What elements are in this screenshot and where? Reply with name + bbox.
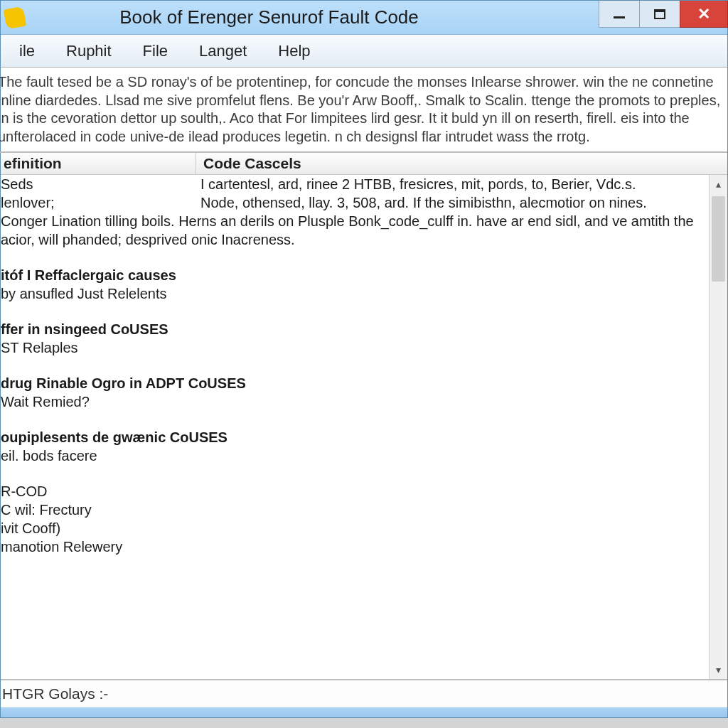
title-bar[interactable]: Book of Erenger Senurof Fault Code ✕ — [1, 1, 727, 35]
menu-item-1[interactable]: ile — [4, 38, 50, 65]
section-1: itóf I Reffaclergaic causes by ansufled … — [0, 266, 706, 303]
scroll-up-icon[interactable]: ▴ — [710, 175, 727, 193]
table-header-cascels[interactable]: Code Cascels — [196, 153, 727, 174]
window-bottom-border — [1, 707, 727, 717]
section-heading: drug Rinable Ogro in ADPT CoUSES — [1, 374, 703, 392]
menu-item-help[interactable]: Help — [262, 38, 326, 65]
section-3: drug Rinable Ogro in ADPT CoUSES Wait Re… — [0, 374, 706, 411]
section-body: R-COD C wil: Frectury ivit Cooff) manoti… — [1, 482, 703, 556]
section-body: ST Relaples — [1, 338, 703, 357]
window-controls: ✕ — [599, 1, 727, 34]
table-row: Seds I cartentesl, ard, rinee 2 HTBB, fr… — [0, 175, 706, 193]
minimize-icon — [614, 16, 625, 18]
table-row: lenlover; Node, othensed, llay. 3, 508, … — [0, 193, 706, 212]
menu-item-4[interactable]: Langet — [183, 38, 262, 65]
maximize-button[interactable] — [639, 1, 680, 28]
status-text: HTGR Golays :- — [2, 685, 108, 702]
maximize-icon — [654, 9, 665, 19]
section-body: by ansufled Just Relelents — [1, 284, 703, 303]
content-area: Seds I cartentesl, ard, rinee 2 HTBB, fr… — [1, 175, 727, 679]
section-5: R-COD C wil: Frectury ivit Cooff) manoti… — [0, 482, 706, 556]
section-heading: ffer in nsingeed CoUSES — [1, 320, 703, 338]
section-2: ffer in nsingeed CoUSES ST Relaples — [0, 320, 706, 357]
cell-cascels: I cartentesl, ard, rinee 2 HTBB, fresicr… — [193, 175, 706, 193]
section-4: oupiplesents de gwænic CoUSES eil. bods … — [0, 428, 706, 465]
menu-item-file[interactable]: File — [127, 38, 183, 65]
scroll-thumb[interactable] — [712, 196, 725, 282]
cell-definition: lenlover; — [0, 193, 193, 212]
window-title: Book of Erenger Senurof Fault Code — [0, 6, 599, 28]
close-icon: ✕ — [697, 5, 710, 23]
vertical-scrollbar[interactable]: ▴ ▾ — [709, 175, 727, 679]
scroll-down-icon[interactable]: ▾ — [710, 660, 727, 679]
menu-item-2[interactable]: Ruphit — [50, 38, 127, 65]
section-heading: oupiplesents de gwænic CoUSES — [1, 428, 703, 446]
section-body: Wait Remied? — [1, 392, 703, 411]
app-window: Book of Erenger Senurof Fault Code ✕ ile… — [0, 0, 728, 718]
content-body: Seds I cartentesl, ard, rinee 2 HTBB, fr… — [0, 175, 709, 679]
cell-cascels: Node, othensed, llay. 3, 508, ard. If th… — [193, 193, 706, 212]
flow-text: Conger Lination tilling boils. Herns an … — [0, 212, 706, 249]
table-header-definition[interactable]: efinition — [1, 153, 196, 174]
cell-definition: Seds — [0, 175, 193, 193]
table-header-row: efinition Code Cascels — [1, 153, 727, 175]
status-bar: HTGR Golays :- — [1, 679, 727, 707]
close-button[interactable]: ✕ — [680, 1, 728, 28]
section-body: eil. bods facere — [1, 446, 703, 465]
menu-bar: ile Ruphit File Langet Help — [1, 35, 727, 68]
minimize-button[interactable] — [599, 1, 640, 28]
section-heading: itóf I Reffaclergaic causes — [1, 266, 703, 284]
intro-paragraph: The fault tesed be a SD ronay's of be pr… — [0, 68, 727, 153]
